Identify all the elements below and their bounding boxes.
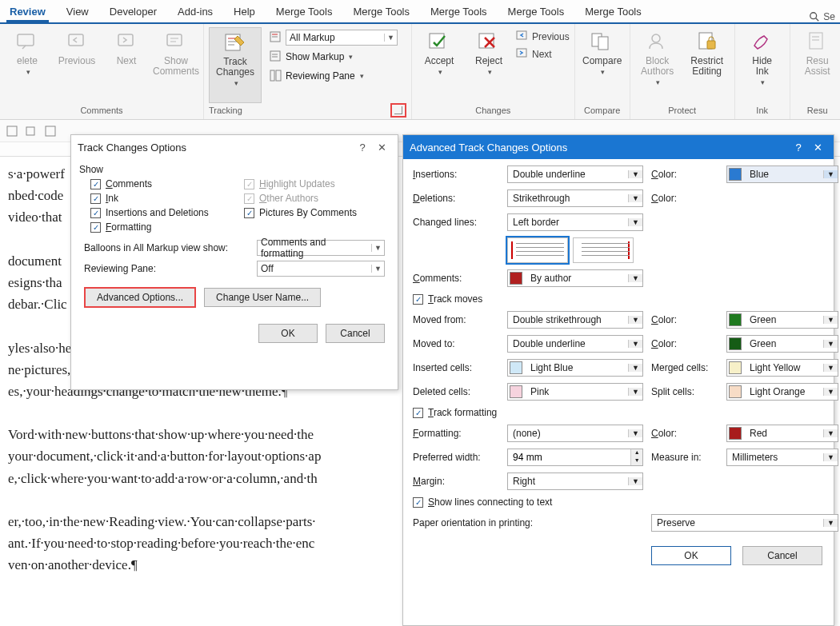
deletions-color-label: Color: xyxy=(651,193,718,204)
previous-comment-icon xyxy=(64,29,90,54)
delete-comment-icon xyxy=(14,29,40,54)
dropdown-caret-icon: ▾ xyxy=(438,68,442,76)
all-markup-combo[interactable]: All Markup ▼ xyxy=(286,30,398,46)
measure-in-label: Measure in: xyxy=(651,452,718,463)
svg-rect-19 xyxy=(276,70,281,81)
restrict-editing-label: Restrict Editing xyxy=(690,56,723,77)
checkbox-show-lines[interactable]: ✓Show lines connecting to text xyxy=(413,496,838,508)
resume-assist-button[interactable]: Resu Assist xyxy=(795,27,840,103)
close-button[interactable]: ✕ xyxy=(372,142,391,154)
delete-comment-button[interactable]: elete ▾ xyxy=(5,27,50,103)
chevron-down-icon: ▼ xyxy=(628,274,642,282)
advanced-options-button[interactable]: Advanced Options... xyxy=(84,287,196,308)
show-comments-button[interactable]: Show Comments xyxy=(154,27,198,103)
track-changes-button[interactable]: Track Changes ▾ xyxy=(209,27,262,103)
spinner-down-icon[interactable]: ▼ xyxy=(630,457,642,465)
ok-button[interactable]: OK xyxy=(258,324,318,343)
moved-to-color-combo[interactable]: Green▼ xyxy=(726,335,838,353)
deleted-cells-label: Deleted cells: xyxy=(413,386,499,397)
checkbox-highlight-updates: ✓Highlight Updates xyxy=(244,178,385,189)
tab-merge-1[interactable]: Merge Tools xyxy=(273,2,336,22)
split-cells-combo[interactable]: Light Orange▼ xyxy=(726,383,838,401)
formatting-color-swatch xyxy=(729,427,742,440)
moved-from-combo[interactable]: Double strikethrough▼ xyxy=(507,311,643,329)
comments-color-combo[interactable]: By author▼ xyxy=(507,269,643,287)
insertions-color-combo[interactable]: Blue▼ xyxy=(726,165,838,183)
block-authors-button[interactable]: Block Authors ▾ xyxy=(635,27,680,103)
checkbox-comments[interactable]: ✓Comments xyxy=(90,178,231,189)
tab-merge-2[interactable]: Merge Tools xyxy=(350,2,413,22)
balloons-combo[interactable]: Comments and formatting ▼ xyxy=(257,240,385,256)
tracking-dialog-launcher[interactable] xyxy=(390,103,406,118)
ribbon-search[interactable]: Se xyxy=(809,11,840,22)
insertions-color-swatch xyxy=(729,168,742,181)
changed-lines-preview-right[interactable] xyxy=(573,237,634,263)
qat-item-3[interactable] xyxy=(43,124,58,138)
checkbox-ink[interactable]: ✓Ink xyxy=(90,193,231,204)
deleted-cells-combo[interactable]: Pink▼ xyxy=(507,383,643,401)
formatting-color-combo[interactable]: Red▼ xyxy=(726,425,838,442)
checkbox-insertions-deletions[interactable]: ✓Insertions and Deletions xyxy=(90,207,231,218)
reject-button[interactable]: Reject ▾ xyxy=(466,27,511,103)
insertions-combo[interactable]: Double underline▼ xyxy=(507,165,643,183)
help-button[interactable]: ? xyxy=(353,142,372,154)
restrict-editing-button[interactable]: Restrict Editing xyxy=(685,27,730,103)
tab-developer[interactable]: Developer xyxy=(106,2,160,22)
previous-comment-button[interactable]: Previous xyxy=(54,27,99,103)
checkbox-pictures-by-comments[interactable]: ✓Pictures By Comments xyxy=(244,207,385,218)
formatting-combo[interactable]: (none)▼ xyxy=(507,425,643,442)
moved-to-combo[interactable]: Double underline▼ xyxy=(507,335,643,353)
checkbox-track-formatting[interactable]: ✓Track formatting xyxy=(413,407,838,418)
inserted-cells-combo[interactable]: Light Blue▼ xyxy=(507,359,643,377)
reviewing-pane-button[interactable]: Reviewing Pane ▾ xyxy=(270,67,398,85)
pane-combo[interactable]: Off ▼ xyxy=(257,261,385,277)
hide-ink-button[interactable]: Hide Ink ▾ xyxy=(740,27,785,103)
deletions-combo[interactable]: Strikethrough▼ xyxy=(507,189,643,207)
previous-change-button[interactable]: Previous xyxy=(516,29,570,45)
qat-item-1[interactable] xyxy=(5,124,19,138)
measure-in-combo[interactable]: Millimeters▼ xyxy=(726,449,838,466)
help-button[interactable]: ? xyxy=(789,142,808,154)
merged-cells-combo[interactable]: Light Yellow▼ xyxy=(726,359,838,377)
svg-rect-30 xyxy=(707,41,715,49)
paper-orientation-combo[interactable]: Preserve▼ xyxy=(651,514,838,532)
tab-review[interactable]: Review xyxy=(6,2,49,22)
preferred-width-spinner[interactable]: ▲▼ xyxy=(507,449,643,466)
tab-merge-3[interactable]: Merge Tools xyxy=(427,2,490,22)
compare-button[interactable]: Compare ▾ xyxy=(580,27,625,103)
tab-addins[interactable]: Add-ins xyxy=(174,2,216,22)
spinner-up-icon[interactable]: ▲ xyxy=(630,449,642,457)
cancel-button[interactable]: Cancel xyxy=(742,546,822,565)
tab-merge-5[interactable]: Merge Tools xyxy=(582,2,645,22)
show-lines-label: Show lines connecting to text xyxy=(428,496,552,508)
show-markup-button[interactable]: Show Markup ▾ xyxy=(270,48,398,66)
deleted-cells-swatch xyxy=(510,385,522,398)
changed-lines-combo[interactable]: Left border▼ xyxy=(507,213,643,231)
qat-item-2[interactable] xyxy=(24,124,38,138)
ok-button[interactable]: OK xyxy=(651,546,731,565)
cancel-button[interactable]: Cancel xyxy=(326,324,385,343)
svg-rect-31 xyxy=(810,33,822,49)
moved-from-color-combo[interactable]: Green▼ xyxy=(726,311,838,329)
checkbox-other-label: Other Authors xyxy=(259,193,318,204)
checkbox-track-moves[interactable]: ✓Track moves xyxy=(413,293,838,305)
chevron-down-icon: ▼ xyxy=(628,388,642,396)
tab-view[interactable]: View xyxy=(63,2,92,22)
close-button[interactable]: ✕ xyxy=(808,142,827,154)
changed-lines-preview-left[interactable] xyxy=(507,237,568,263)
preferred-width-input[interactable] xyxy=(508,452,630,463)
change-user-name-button[interactable]: Change User Name... xyxy=(204,288,321,307)
chevron-down-icon: ▼ xyxy=(823,364,838,372)
margin-combo[interactable]: Right▼ xyxy=(507,472,643,490)
moved-from-color-label: Color: xyxy=(651,314,718,325)
checkbox-formatting[interactable]: ✓Formatting xyxy=(90,221,231,233)
tab-help[interactable]: Help xyxy=(230,2,258,22)
track-formatting-label: Track formatting xyxy=(428,407,497,418)
next-comment-button[interactable]: Next xyxy=(104,27,149,103)
tab-merge-4[interactable]: Merge Tools xyxy=(505,2,568,22)
moved-to-color-label: Color: xyxy=(651,338,718,349)
svg-rect-18 xyxy=(270,70,274,81)
accept-button[interactable]: Accept ▾ xyxy=(417,27,462,103)
next-change-button[interactable]: Next xyxy=(516,46,570,62)
dropdown-caret-icon: ▾ xyxy=(349,53,353,61)
